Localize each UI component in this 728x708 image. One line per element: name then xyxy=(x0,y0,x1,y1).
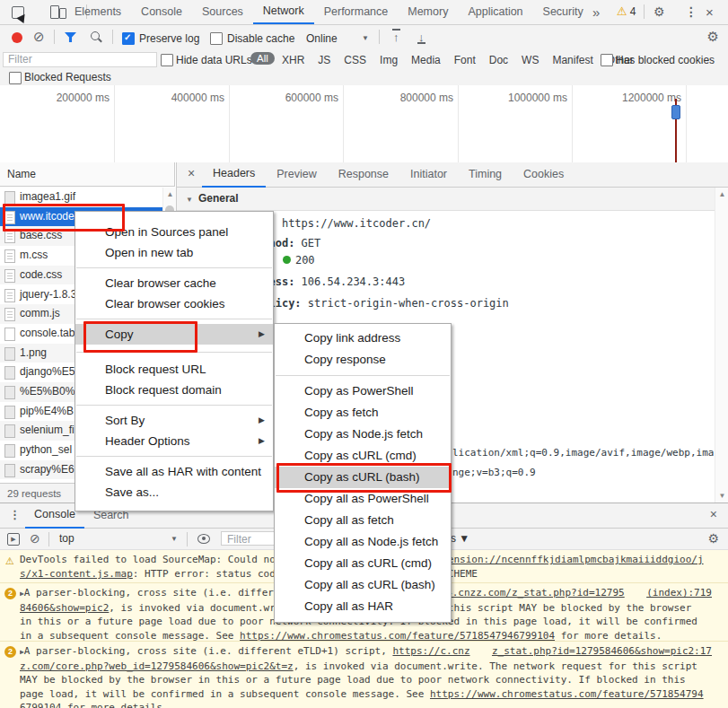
tab-security[interactable]: Security xyxy=(533,0,593,24)
console-link[interactable]: s/x1-content.js.map xyxy=(20,568,133,580)
tab-application[interactable]: Application xyxy=(458,0,532,24)
console-source-link[interactable]: (index):719 xyxy=(646,586,712,600)
menu-header-options[interactable]: Header Options▶ xyxy=(75,431,273,451)
disable-cache-checkbox[interactable] xyxy=(210,32,223,45)
clear-icon[interactable]: ⊘ xyxy=(33,29,45,45)
device-toolbar-icon[interactable] xyxy=(50,5,59,19)
network-filter-input[interactable]: Filter xyxy=(3,52,157,67)
console-link[interactable]: z.com/core.php?web_id=1279584606&show=pi… xyxy=(20,660,294,672)
export-har-icon[interactable]: ↓ xyxy=(418,31,425,44)
network-filter-bar: Filter Hide data URLs All XHR JS CSS Img… xyxy=(0,49,728,70)
timeline-marker-handle[interactable] xyxy=(671,105,680,119)
tab-network[interactable]: Network xyxy=(253,0,314,24)
type-filter-all[interactable]: All xyxy=(250,52,275,65)
type-filter-ws[interactable]: WS xyxy=(522,54,539,66)
console-link[interactable]: https://www.chromestatus.com/feature/571… xyxy=(240,630,555,642)
menu-clear-browser-cache[interactable]: Clear browser cache xyxy=(75,273,273,293)
console-settings-gear-icon[interactable]: ⚙ xyxy=(707,531,719,546)
kebab-menu-icon[interactable]: ⋮ xyxy=(685,4,697,19)
more-tabs-icon[interactable]: » xyxy=(592,4,600,20)
scroll-down-icon[interactable]: ▼ xyxy=(715,489,728,503)
type-filter-doc[interactable]: Doc xyxy=(489,54,508,66)
console-source-link[interactable]: z_stat.php?id=1279584606&show=pic2:17 xyxy=(492,644,712,659)
live-expression-eye-icon[interactable] xyxy=(197,534,210,544)
network-settings-gear-icon[interactable]: ⚙ xyxy=(707,29,719,45)
tab-initiator[interactable]: Initiator xyxy=(399,162,458,188)
settings-gear-icon[interactable]: ⚙ xyxy=(653,4,665,19)
tab-timing[interactable]: Timing xyxy=(458,162,513,188)
console-link[interactable]: https://www.chromestatus.com/feature/571… xyxy=(430,688,704,700)
file-icon xyxy=(4,424,15,438)
close-devtools-icon[interactable]: × xyxy=(706,4,714,20)
preserve-log-checkbox[interactable] xyxy=(122,32,135,45)
menu-copy-all-as-fetch[interactable]: Copy all as fetch xyxy=(275,510,451,531)
record-icon[interactable] xyxy=(12,32,22,43)
menu-copy-response[interactable]: Copy response xyxy=(275,349,451,371)
menu-open-in-new-tab[interactable]: Open in new tab xyxy=(75,242,273,263)
type-filter-media[interactable]: Media xyxy=(411,54,441,66)
file-icon xyxy=(4,289,15,302)
tab-headers[interactable]: Headers xyxy=(202,162,266,188)
blocked-requests-checkbox[interactable] xyxy=(9,72,22,84)
close-drawer-icon[interactable]: × xyxy=(710,507,717,521)
menu-copy-all-as-har[interactable]: Copy all as HAR xyxy=(275,596,451,617)
scroll-up-icon[interactable]: ▲ xyxy=(163,188,177,201)
tab-sources[interactable]: Sources xyxy=(192,0,253,24)
import-har-icon[interactable]: ↑ xyxy=(393,31,399,44)
menu-save-all-har[interactable]: Save all as HAR with content xyxy=(75,461,273,482)
general-section-header[interactable]: ▼General xyxy=(177,188,715,211)
menu-save-as[interactable]: Save as... xyxy=(75,482,273,503)
type-filter-manifest[interactable]: Manifest xyxy=(552,54,592,66)
search-icon[interactable] xyxy=(91,31,100,40)
preserve-log-label: Preserve log xyxy=(139,32,199,45)
type-filter-font[interactable]: Font xyxy=(454,54,476,66)
console-link[interactable]: 6799104 xyxy=(20,702,61,708)
tab-memory[interactable]: Memory xyxy=(398,0,458,24)
has-blocked-cookies-checkbox[interactable] xyxy=(601,54,613,66)
requests-column-header[interactable]: Name xyxy=(0,162,175,187)
menu-copy-all-as-curl-bash[interactable]: Copy all as cURL (bash) xyxy=(275,574,451,596)
drawer-kebab-icon[interactable]: ⋮ xyxy=(9,508,21,521)
type-filter-img[interactable]: Img xyxy=(380,54,398,66)
console-link[interactable]: 84606&show=pic2 xyxy=(20,602,109,614)
throttling-select[interactable]: Online xyxy=(306,32,338,45)
tab-console[interactable]: Console xyxy=(131,0,192,24)
menu-clear-browser-cookies[interactable]: Clear browser cookies xyxy=(75,293,273,314)
header-accept-fragment: lication/xml;q=0.9,image/avif,image/webp… xyxy=(452,447,714,459)
console-link[interactable]: https://c.cnz xyxy=(392,645,469,657)
menu-copy-all-as-nodejs-fetch[interactable]: Copy all as Node.js fetch xyxy=(275,531,451,553)
console-sidebar-icon[interactable]: ▶ xyxy=(7,533,20,546)
tab-preview[interactable]: Preview xyxy=(266,162,327,188)
menu-copy-all-as-curl-cmd[interactable]: Copy all as cURL (cmd) xyxy=(275,553,451,574)
timeline-tick: 1200000 ms xyxy=(574,92,681,104)
type-filter-xhr[interactable]: XHR xyxy=(282,54,304,66)
console-context-select[interactable]: top xyxy=(59,532,75,545)
repeat-count-badge: 2 xyxy=(4,646,16,658)
file-icon xyxy=(4,230,15,243)
menu-copy-link-address[interactable]: Copy link address xyxy=(275,328,451,349)
tab-response[interactable]: Response xyxy=(328,162,399,188)
network-overview-timeline[interactable]: 200000 ms 400000 ms 600000 ms 800000 ms … xyxy=(0,85,728,163)
inspect-element-icon[interactable] xyxy=(12,6,24,19)
clear-console-icon[interactable]: ⊘ xyxy=(30,531,40,546)
details-scrollbar[interactable]: ▲ ▼ xyxy=(715,188,728,503)
menu-copy-as-powershell[interactable]: Copy as PowerShell xyxy=(275,380,451,402)
timeline-tick: 600000 ms xyxy=(231,92,338,104)
close-details-icon[interactable]: × xyxy=(188,166,195,180)
issues-warning-badge[interactable]: ⚠4 xyxy=(617,4,636,18)
menu-block-request-url[interactable]: Block request URL xyxy=(75,359,273,380)
tab-cookies[interactable]: Cookies xyxy=(513,162,575,188)
menu-sort-by[interactable]: Sort By▶ xyxy=(75,410,273,431)
tab-elements[interactable]: Elements xyxy=(65,0,131,24)
dropdown-caret-icon: ▼ xyxy=(362,34,369,42)
menu-block-request-domain[interactable]: Block request domain xyxy=(75,380,273,400)
scroll-up-icon[interactable]: ▲ xyxy=(715,188,728,201)
tab-performance[interactable]: Performance xyxy=(314,0,399,24)
type-filter-css[interactable]: CSS xyxy=(344,54,366,66)
menu-copy-as-fetch[interactable]: Copy as fetch xyxy=(275,402,451,424)
menu-copy-as-nodejs-fetch[interactable]: Copy as Node.js fetch xyxy=(275,424,451,445)
timeline-tick: 1000000 ms xyxy=(460,92,567,104)
filter-funnel-icon[interactable] xyxy=(65,32,76,43)
type-filter-js[interactable]: JS xyxy=(318,54,330,66)
hide-data-urls-checkbox[interactable] xyxy=(161,54,173,66)
